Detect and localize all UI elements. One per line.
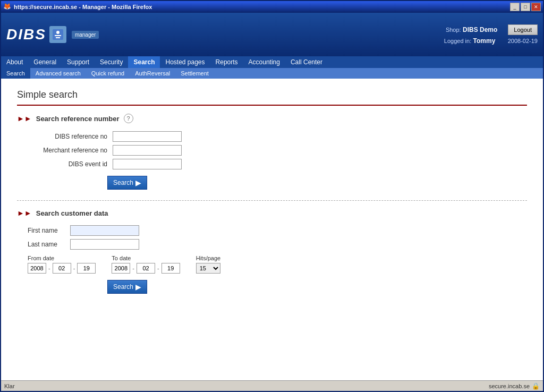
browser-window: 🦊 https://secure.incab.se - Manager - Mo… — [0, 0, 544, 392]
dibs-ref-row: DIBS reference no — [28, 131, 527, 142]
title-bar: 🦊 https://secure.incab.se - Manager - Mo… — [1, 1, 543, 13]
section2-search-button[interactable]: Search ▶ — [107, 280, 147, 294]
section2-header: ►► Search customer data — [17, 209, 527, 217]
to-date-field: To date - - — [112, 255, 180, 274]
section1-title: Search reference number — [36, 115, 120, 123]
event-id-label: DIBS event id — [28, 160, 107, 168]
section-divider — [17, 200, 527, 201]
from-date-label: From date — [28, 255, 96, 261]
nav-about[interactable]: About — [1, 56, 28, 68]
section1-arrow: ►► — [17, 114, 32, 123]
window-title: https://secure.incab.se - Manager - Mozi… — [14, 4, 510, 10]
first-name-row: First name — [28, 225, 527, 236]
minimize-button[interactable]: _ — [510, 3, 520, 11]
first-name-input[interactable] — [70, 225, 139, 236]
header-right: Shop: DIBS Demo Logout Logged in: Tommy … — [444, 24, 538, 45]
first-name-label: First name — [28, 227, 65, 234]
nav-general[interactable]: General — [28, 56, 62, 68]
event-id-input[interactable] — [113, 159, 182, 169]
section1-search-row: Search ▶ — [107, 176, 527, 190]
logged-info: Logged in: Tommy 2008-02-19 — [444, 37, 538, 45]
status-bar: Klar secure.incab.se 🔒 — [1, 380, 543, 391]
lock-icon: 🔒 — [532, 382, 540, 390]
merchant-ref-input[interactable] — [113, 145, 182, 156]
sub-navigation: Search Advanced search Quick refund Auth… — [1, 68, 543, 79]
svg-point-1 — [56, 31, 60, 34]
section2-arrow: ►► — [17, 209, 32, 217]
subnav-quick-refund[interactable]: Quick refund — [86, 68, 130, 79]
to-month-input[interactable] — [137, 263, 155, 274]
svg-rect-3 — [56, 37, 60, 38]
from-date-field: From date - - — [28, 255, 96, 274]
shop-info: Shop: DIBS Demo — [446, 26, 497, 33]
logged-name: Tommy — [473, 37, 496, 45]
status-text: Klar — [4, 383, 15, 389]
from-sep1: - — [48, 265, 50, 271]
status-domain: secure.incab.se — [489, 383, 530, 389]
to-date-group: - - — [112, 263, 180, 274]
status-right: secure.incab.se 🔒 — [489, 382, 540, 390]
date-row: From date - - To date - — [28, 255, 527, 274]
from-year-input[interactable] — [28, 263, 46, 274]
hits-label: Hits/page — [196, 255, 220, 261]
nav-call-center[interactable]: Call Center — [285, 56, 328, 68]
customer-form: First name Last name — [28, 225, 527, 250]
maximize-button[interactable]: □ — [521, 3, 530, 11]
search-arrow-icon: ▶ — [135, 178, 141, 187]
section1-search-label: Search — [113, 179, 133, 186]
to-day-input[interactable] — [162, 263, 180, 274]
search-arrow-icon2: ▶ — [135, 283, 141, 291]
section2-title: Search customer data — [36, 209, 108, 217]
section1-header: ►► Search reference number ? — [17, 114, 527, 123]
logout-button[interactable]: Logout — [508, 24, 538, 35]
subnav-auth-reversal[interactable]: AuthReversal — [130, 68, 175, 79]
logo-area: DIBS manager — [6, 26, 99, 43]
nav-hosted-pages[interactable]: Hosted pages — [160, 56, 210, 68]
close-button[interactable]: ✕ — [531, 3, 541, 11]
nav-security[interactable]: Security — [95, 56, 128, 68]
logo-icon — [49, 26, 66, 43]
reference-form: DIBS reference no Merchant reference no … — [28, 131, 527, 169]
header-info-row: Shop: DIBS Demo Logout — [446, 24, 538, 35]
to-sep1: - — [132, 265, 134, 271]
subnav-settlement[interactable]: Settlement — [175, 68, 214, 79]
nav-accounting[interactable]: Accounting — [243, 56, 285, 68]
last-name-input[interactable] — [70, 239, 139, 250]
subnav-advanced-search[interactable]: Advanced search — [30, 68, 86, 79]
from-sep2: - — [73, 265, 75, 271]
to-sep2: - — [157, 265, 159, 271]
nav-support[interactable]: Support — [62, 56, 95, 68]
page-content: Simple search ►► Search reference number… — [1, 79, 543, 380]
svg-rect-2 — [55, 35, 61, 36]
manager-badge: manager — [72, 31, 99, 39]
last-name-row: Last name — [28, 239, 527, 250]
main-navigation: About General Support Security Search Ho… — [1, 56, 543, 68]
nav-search[interactable]: Search — [128, 56, 160, 68]
login-date: 2008-02-19 — [508, 38, 538, 44]
page-title: Simple search — [17, 89, 527, 106]
dibs-ref-label: DIBS reference no — [28, 133, 107, 140]
firefox-icon: 🦊 — [3, 3, 12, 11]
merchant-ref-row: Merchant reference no — [28, 145, 527, 156]
app-content: DIBS manager Shop: DIBS Demo — [1, 13, 543, 391]
nav-reports[interactable]: Reports — [210, 56, 243, 68]
hits-field: Hits/page 10 15 20 25 50 — [196, 255, 220, 274]
help-icon[interactable]: ? — [124, 114, 133, 123]
logo-dibs: DIBS — [6, 26, 46, 43]
to-date-label: To date — [112, 255, 180, 261]
section1-search-button[interactable]: Search ▶ — [107, 176, 147, 190]
event-id-row: DIBS event id — [28, 159, 527, 169]
from-day-input[interactable] — [77, 263, 96, 274]
last-name-label: Last name — [28, 241, 65, 248]
hits-select[interactable]: 10 15 20 25 50 — [196, 263, 220, 274]
shop-name: DIBS Demo — [463, 26, 497, 33]
subnav-search[interactable]: Search — [1, 68, 30, 79]
search-customer-section: ►► Search customer data First name Last … — [17, 209, 527, 294]
section2-search-label: Search — [113, 283, 133, 291]
to-year-input[interactable] — [112, 263, 130, 274]
from-month-input[interactable] — [53, 263, 71, 274]
app-header: DIBS manager Shop: DIBS Demo — [1, 13, 543, 56]
dibs-ref-input[interactable] — [113, 131, 182, 142]
window-controls: _ □ ✕ — [510, 3, 541, 11]
from-date-group: - - — [28, 263, 96, 274]
